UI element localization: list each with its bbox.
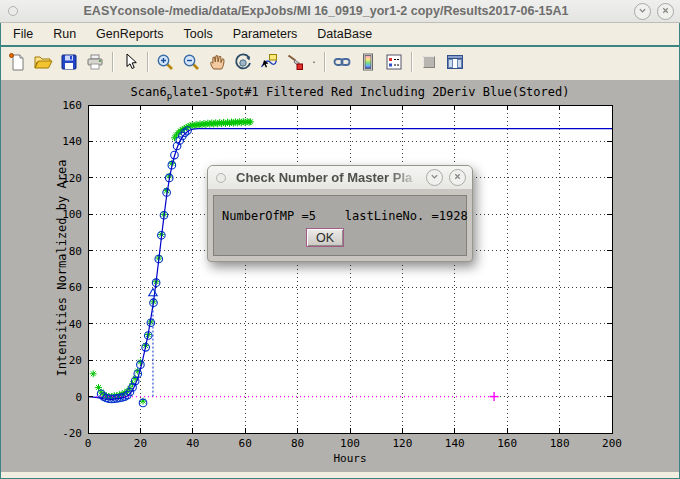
menu-parameters[interactable]: Parameters xyxy=(223,25,308,43)
new-document-icon xyxy=(7,52,27,72)
svg-text:Hours: Hours xyxy=(333,452,366,465)
link-plot-button[interactable] xyxy=(329,50,355,74)
save-figure-button[interactable] xyxy=(56,50,82,74)
figure-area: 020406080100120140160180200-200204060801… xyxy=(1,80,679,472)
chart-plot: 020406080100120140160180200-200204060801… xyxy=(1,80,679,473)
insert-legend-button[interactable] xyxy=(381,50,407,74)
svg-text:120: 120 xyxy=(392,437,412,450)
toolbar xyxy=(1,47,679,77)
app-window: EASYconsole-/media/data/ExpJobs/MI 16_09… xyxy=(0,0,680,479)
svg-text:0: 0 xyxy=(85,437,92,450)
open-folder-icon xyxy=(33,52,53,72)
svg-text:140: 140 xyxy=(445,437,465,450)
show-plot-tools-button[interactable] xyxy=(442,50,468,74)
svg-text:160: 160 xyxy=(62,99,82,112)
close-icon xyxy=(661,6,670,15)
dialog-window-icon xyxy=(216,173,226,183)
dialog-message: NumberOfMP =5 lastLineNo. =1928 xyxy=(222,209,466,223)
minimize-button[interactable] xyxy=(634,3,651,20)
svg-text:40: 40 xyxy=(186,437,199,450)
menu-file[interactable]: File xyxy=(3,25,43,43)
rotate-3d-button[interactable] xyxy=(230,50,256,74)
pointer-arrow-icon xyxy=(120,52,140,72)
chevron-down-icon xyxy=(638,6,647,15)
chain-link-icon xyxy=(332,52,352,72)
window-title: EASYconsole-/media/data/ExpJobs/MI 16_09… xyxy=(18,4,634,18)
menu-tools[interactable]: Tools xyxy=(174,25,223,43)
zoom-in-button[interactable] xyxy=(152,50,178,74)
chart-title: Scan6plate1-Spot#1 Filtered Red Includin… xyxy=(88,85,612,101)
toolbar-separator xyxy=(112,52,113,72)
new-figure-button[interactable] xyxy=(4,50,30,74)
insert-colorbar-button[interactable] xyxy=(355,50,381,74)
show-plot-tools-icon xyxy=(445,52,465,72)
svg-text:80: 80 xyxy=(69,245,82,258)
close-icon xyxy=(453,172,462,181)
svg-text:100: 100 xyxy=(340,437,360,450)
svg-text:40: 40 xyxy=(69,318,82,331)
data-cursor-icon xyxy=(259,52,279,72)
save-floppy-icon xyxy=(59,52,79,72)
toolbar-separator xyxy=(411,52,412,72)
hand-pan-icon xyxy=(207,52,227,72)
svg-text:200: 200 xyxy=(602,437,622,450)
menu-run[interactable]: Run xyxy=(43,25,86,43)
svg-text:20: 20 xyxy=(69,354,82,367)
dialog-check-number-of-master-plates: Check Number of Master Pla NumberOfMP =5… xyxy=(207,165,473,262)
window-titlebar[interactable]: EASYconsole-/media/data/ExpJobs/MI 16_09… xyxy=(0,0,680,23)
dialog-panel: NumberOfMP =5 lastLineNo. =1928 OK xyxy=(213,195,467,256)
printer-icon xyxy=(85,52,105,72)
brush-dropdown-button[interactable] xyxy=(308,50,320,74)
legend-icon xyxy=(384,52,404,72)
svg-text:20: 20 xyxy=(134,437,147,450)
edit-plot-button[interactable] xyxy=(117,50,143,74)
ok-button[interactable]: OK xyxy=(306,228,344,247)
pan-button[interactable] xyxy=(204,50,230,74)
svg-text:0: 0 xyxy=(75,391,82,404)
menubar: File Run GenReports Tools Parameters Dat… xyxy=(1,23,679,47)
svg-text:-20: -20 xyxy=(62,427,82,440)
svg-text:80: 80 xyxy=(291,437,304,450)
zoom-out-button[interactable] xyxy=(178,50,204,74)
dropdown-caret-icon xyxy=(311,52,317,72)
window-icon xyxy=(8,6,18,16)
hide-plot-tools-button[interactable] xyxy=(416,50,442,74)
rotate-icon xyxy=(233,52,253,72)
brush-icon xyxy=(285,52,305,72)
y-axis-label: Intensities Normalized by Area xyxy=(55,160,69,377)
toolbar-separator xyxy=(324,52,325,72)
zoom-in-icon xyxy=(155,52,175,72)
close-button[interactable] xyxy=(657,3,674,20)
svg-text:160: 160 xyxy=(497,437,517,450)
svg-text:60: 60 xyxy=(239,437,252,450)
open-file-button[interactable] xyxy=(30,50,56,74)
dialog-body: NumberOfMP =5 lastLineNo. =1928 OK xyxy=(208,190,472,261)
svg-text:180: 180 xyxy=(550,437,570,450)
toolbar-separator xyxy=(147,52,148,72)
dialog-title: Check Number of Master Pla xyxy=(236,170,426,185)
brush-data-button[interactable] xyxy=(282,50,308,74)
svg-text:60: 60 xyxy=(69,281,82,294)
menu-genreports[interactable]: GenReports xyxy=(86,25,173,43)
print-figure-button[interactable] xyxy=(82,50,108,74)
chart-title-rest: late1-Spot#1 Filtered Red Including 2Der… xyxy=(172,85,569,99)
data-cursor-button[interactable] xyxy=(256,50,282,74)
colorbar-icon xyxy=(358,52,378,72)
dialog-titlebar[interactable]: Check Number of Master Pla xyxy=(208,166,472,190)
dialog-close-button[interactable] xyxy=(449,169,466,186)
dialog-minimize-button[interactable] xyxy=(426,169,443,186)
chart-title-prefix: Scan6 xyxy=(131,85,167,99)
chevron-down-icon xyxy=(430,172,439,181)
hide-plot-tools-icon xyxy=(419,52,439,72)
zoom-out-icon xyxy=(181,52,201,72)
menu-database[interactable]: DataBase xyxy=(307,25,382,43)
svg-text:140: 140 xyxy=(62,135,82,148)
